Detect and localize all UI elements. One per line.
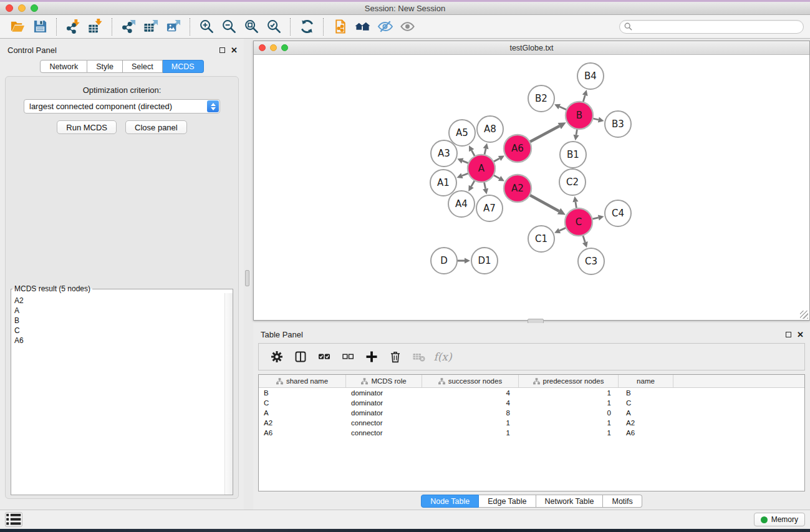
tab-network[interactable]: Network — [40, 60, 87, 73]
table-cell[interactable]: A — [259, 408, 346, 418]
open-session-button[interactable] — [6, 17, 29, 37]
save-session-button[interactable] — [29, 17, 51, 37]
graph-node-C2[interactable]: C2 — [559, 169, 586, 195]
table-cell[interactable]: A2 — [619, 418, 673, 428]
table-cell[interactable]: connector — [346, 418, 422, 428]
tab-network-table[interactable]: Network Table — [536, 495, 604, 508]
vertical-splitter[interactable] — [244, 39, 253, 510]
export-image-button[interactable] — [162, 17, 185, 37]
graph-node-A2[interactable]: A2 — [504, 175, 531, 202]
tab-style[interactable]: Style — [87, 60, 123, 73]
eye-slash-button[interactable] — [374, 17, 396, 37]
table-cell[interactable]: 8 — [422, 408, 519, 418]
tab-motifs[interactable]: Motifs — [603, 495, 642, 508]
table-cell[interactable]: A6 — [619, 428, 673, 438]
splitter-handle[interactable] — [245, 270, 249, 286]
table-cell[interactable]: dominator — [346, 408, 422, 418]
table-cell[interactable]: connector — [346, 428, 422, 438]
network-canvas[interactable]: AA1A2A3A4A5A6A7A8BB1B2B3B4CC1C2C3C4DD1 — [254, 55, 809, 320]
graph-node-A1[interactable]: A1 — [430, 170, 456, 196]
table-settings-button[interactable] — [266, 346, 287, 367]
graph-node-B2[interactable]: B2 — [528, 85, 554, 112]
zoom-in-button[interactable] — [195, 17, 218, 37]
export-table-button[interactable] — [140, 17, 162, 37]
graph-node-B3[interactable]: B3 — [605, 111, 631, 137]
mcds-result-item[interactable]: A6 — [14, 336, 224, 346]
float-panel-icon[interactable] — [219, 47, 225, 53]
birds-eye-button[interactable] — [396, 17, 418, 37]
close-panel-icon[interactable]: ✕ — [231, 47, 238, 53]
table-cell[interactable]: A — [619, 408, 673, 418]
graph-node-C[interactable]: C — [565, 208, 592, 236]
table-cell[interactable]: B — [259, 388, 346, 398]
table-cell[interactable]: 1 — [519, 428, 619, 438]
graph-node-B1[interactable]: B1 — [560, 142, 586, 168]
graph-node-C3[interactable]: C3 — [578, 248, 604, 274]
search-input[interactable] — [635, 22, 803, 31]
add-column-button[interactable] — [361, 346, 382, 367]
close-panel-button[interactable]: Close panel — [125, 120, 187, 134]
column-header-shared-name[interactable]: shared name — [259, 375, 346, 387]
graph-node-B[interactable]: B — [566, 102, 593, 129]
table-cell[interactable]: 1 — [519, 388, 619, 398]
graph-node-A3[interactable]: A3 — [431, 140, 457, 167]
mcds-result-item[interactable]: A2 — [14, 296, 224, 306]
graph-node-D[interactable]: D — [431, 248, 457, 274]
toggle-columns-button[interactable] — [290, 346, 311, 367]
graph-node-C1[interactable]: C1 — [528, 226, 554, 252]
graph-node-A[interactable]: A — [468, 155, 495, 182]
search-box[interactable] — [619, 20, 804, 34]
select-all-rows-button[interactable] — [314, 346, 335, 367]
task-history-button[interactable] — [5, 512, 22, 527]
table-cell[interactable]: 1 — [519, 398, 619, 408]
table-cell[interactable]: 1 — [519, 418, 619, 428]
table-row[interactable]: A2connector11A2 — [259, 418, 804, 428]
graph-node-B4[interactable]: B4 — [577, 63, 604, 89]
tab-edge-table[interactable]: Edge Table — [479, 495, 536, 508]
refresh-network-button[interactable] — [296, 17, 318, 37]
network-from-file-button[interactable] — [329, 17, 351, 37]
graph-node-A4[interactable]: A4 — [448, 191, 475, 217]
mcds-result-item[interactable]: C — [14, 326, 224, 336]
graph-node-A8[interactable]: A8 — [477, 116, 503, 142]
table-cell[interactable]: 4 — [422, 398, 519, 408]
table-cell[interactable]: 4 — [422, 388, 519, 398]
graph-node-A6[interactable]: A6 — [504, 135, 531, 162]
export-network-button[interactable] — [117, 17, 140, 37]
graph-node-A7[interactable]: A7 — [476, 195, 503, 221]
graph-node-A5[interactable]: A5 — [449, 120, 475, 146]
zoom-out-button[interactable] — [218, 17, 240, 37]
run-mcds-button[interactable]: Run MCDS — [57, 120, 117, 134]
column-header-MCDS-role[interactable]: MCDS role — [346, 375, 422, 387]
table-row[interactable]: Adominator80A — [259, 408, 804, 418]
import-network-button[interactable] — [62, 17, 84, 37]
table-cell[interactable]: B — [619, 388, 673, 398]
table-cell[interactable]: A6 — [259, 428, 346, 438]
delete-columns-button[interactable] — [385, 346, 406, 367]
float-panel-icon[interactable] — [786, 332, 791, 337]
optimization-select[interactable]: largest connected component (directed) — [24, 99, 220, 114]
graph-node-D1[interactable]: D1 — [471, 248, 498, 274]
table-cell[interactable]: C — [619, 398, 673, 408]
mcds-result-item[interactable]: B — [14, 316, 224, 326]
home-view-button[interactable] — [351, 17, 374, 37]
column-header-name[interactable]: name — [619, 375, 673, 387]
zoom-selected-button[interactable] — [263, 17, 285, 37]
memory-button[interactable]: Memory — [754, 513, 805, 526]
column-header-successor-nodes[interactable]: successor nodes — [422, 375, 519, 387]
zoom-fit-button[interactable] — [240, 17, 263, 37]
deselect-all-rows-button[interactable] — [337, 346, 359, 367]
table-cell[interactable]: 1 — [422, 428, 519, 438]
table-cell[interactable]: dominator — [346, 388, 422, 398]
table-row[interactable]: Bdominator41B — [259, 388, 804, 398]
column-header-predecessor-nodes[interactable]: predecessor nodes — [519, 375, 619, 387]
close-panel-icon[interactable]: ✕ — [797, 332, 804, 337]
tab-select[interactable]: Select — [123, 60, 163, 73]
import-table-button[interactable] — [84, 17, 107, 37]
table-row[interactable]: Cdominator41C — [259, 398, 804, 408]
table-cell[interactable]: A2 — [259, 418, 346, 428]
table-cell[interactable]: 1 — [422, 418, 519, 428]
tab-node-table[interactable]: Node Table — [421, 495, 479, 508]
network-window-titlebar[interactable]: testGlobe.txt — [254, 41, 809, 55]
resize-grip-icon[interactable] — [800, 311, 808, 319]
